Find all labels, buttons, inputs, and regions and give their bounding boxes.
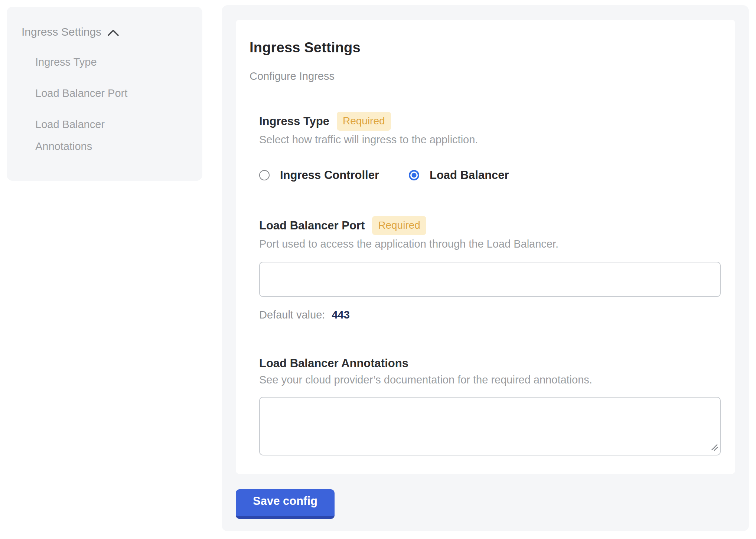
save-config-button[interactable]: Save config bbox=[236, 489, 335, 519]
ingress-settings-card: Ingress Settings Configure Ingress Ingre… bbox=[236, 20, 735, 474]
main-panel: Ingress Settings Configure Ingress Ingre… bbox=[222, 5, 749, 531]
required-badge: Required bbox=[337, 112, 391, 131]
radio-selected-icon bbox=[409, 170, 419, 180]
page-subtitle: Configure Ingress bbox=[250, 69, 718, 83]
sidebar-item-load-balancer-annotations[interactable]: Load Balancer Annotations bbox=[35, 114, 158, 157]
radio-option-load-balancer[interactable]: Load Balancer bbox=[409, 169, 509, 182]
page-title: Ingress Settings bbox=[250, 39, 718, 56]
radio-unselected-icon bbox=[259, 170, 270, 180]
resize-handle-icon[interactable] bbox=[710, 442, 718, 452]
section-ingress-type: Ingress Type Required Select how traffic… bbox=[259, 112, 718, 182]
load-balancer-annotations-textarea[interactable] bbox=[259, 397, 721, 455]
section-load-balancer-annotations: Load Balancer Annotations See your cloud… bbox=[259, 356, 718, 455]
default-value-number: 443 bbox=[332, 309, 349, 321]
sidebar-group-ingress-settings[interactable]: Ingress Settings bbox=[22, 24, 188, 40]
chevron-up-icon bbox=[107, 25, 119, 40]
default-value-line: Default value: 443 bbox=[259, 309, 718, 321]
radio-option-ingress-controller[interactable]: Ingress Controller bbox=[259, 169, 379, 182]
sidebar-item-load-balancer-port[interactable]: Load Balancer Port bbox=[35, 82, 158, 104]
load-balancer-annotations-description: See your cloud provider’s documentation … bbox=[259, 373, 718, 386]
load-balancer-annotations-heading: Load Balancer Annotations bbox=[259, 356, 408, 371]
radio-label-ingress-controller: Ingress Controller bbox=[280, 169, 379, 182]
sidebar-group-label: Ingress Settings bbox=[22, 24, 101, 39]
radio-label-load-balancer: Load Balancer bbox=[430, 169, 509, 182]
section-load-balancer-port: Load Balancer Port Required Port used to… bbox=[259, 216, 718, 321]
sidebar-nav: Ingress Type Load Balancer Port Load Bal… bbox=[35, 51, 158, 157]
ingress-type-radio-group: Ingress Controller Load Balancer bbox=[259, 169, 718, 182]
sidebar-item-ingress-type[interactable]: Ingress Type bbox=[35, 51, 158, 73]
load-balancer-port-input[interactable] bbox=[259, 262, 721, 297]
default-value-label: Default value: bbox=[259, 309, 325, 321]
load-balancer-port-description: Port used to access the application thro… bbox=[259, 237, 718, 251]
required-badge: Required bbox=[372, 216, 426, 235]
ingress-type-heading: Ingress Type bbox=[259, 114, 329, 129]
sidebar: Ingress Settings Ingress Type Load Balan… bbox=[7, 7, 202, 181]
ingress-type-description: Select how traffic will ingress to the a… bbox=[259, 133, 718, 146]
load-balancer-port-heading: Load Balancer Port bbox=[259, 218, 365, 233]
